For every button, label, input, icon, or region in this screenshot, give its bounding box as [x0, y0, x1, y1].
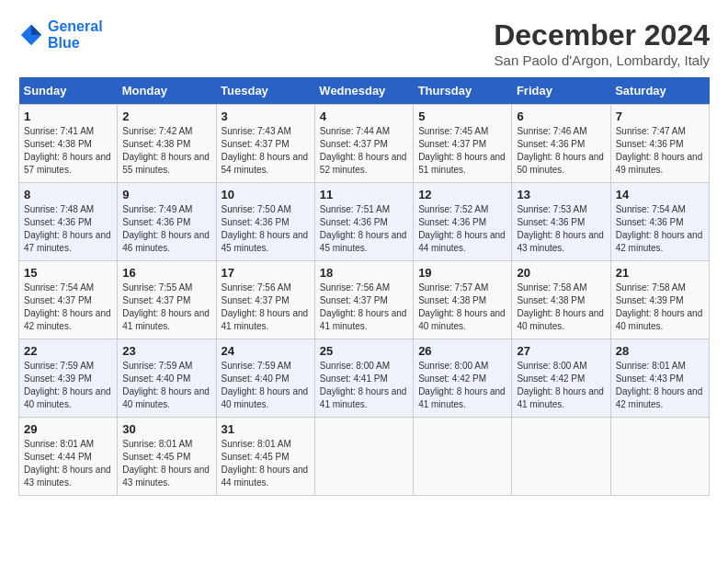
day-info: Sunrise: 7:53 AMSunset: 4:36 PMDaylight:… — [517, 203, 605, 255]
calendar-cell: 13Sunrise: 7:53 AMSunset: 4:36 PMDayligh… — [512, 183, 610, 261]
calendar-cell: 5Sunrise: 7:45 AMSunset: 4:37 PMDaylight… — [414, 105, 512, 183]
day-info: Sunrise: 7:50 AMSunset: 4:36 PMDaylight:… — [222, 203, 310, 255]
day-number: 25 — [320, 344, 408, 358]
calendar-cell: 29Sunrise: 8:01 AMSunset: 4:44 PMDayligh… — [19, 418, 118, 496]
day-info: Sunrise: 8:01 AMSunset: 4:45 PMDaylight:… — [122, 438, 210, 489]
day-number: 29 — [24, 422, 112, 436]
calendar-cell: 19Sunrise: 7:57 AMSunset: 4:38 PMDayligh… — [414, 261, 512, 339]
day-number: 26 — [418, 344, 506, 358]
day-number: 17 — [222, 266, 310, 280]
calendar-cell: 7Sunrise: 7:47 AMSunset: 4:36 PMDaylight… — [610, 105, 709, 183]
calendar-cell: 12Sunrise: 7:52 AMSunset: 4:36 PMDayligh… — [414, 183, 512, 261]
calendar-cell: 26Sunrise: 8:00 AMSunset: 4:42 PMDayligh… — [414, 339, 512, 418]
calendar-cell: 27Sunrise: 8:00 AMSunset: 4:42 PMDayligh… — [512, 339, 610, 418]
calendar-week-row: 1Sunrise: 7:41 AMSunset: 4:38 PMDaylight… — [19, 105, 710, 183]
logo-text: General Blue — [48, 18, 103, 51]
calendar-cell: 15Sunrise: 7:54 AMSunset: 4:37 PMDayligh… — [19, 261, 118, 339]
calendar-cell: 6Sunrise: 7:46 AMSunset: 4:36 PMDaylight… — [512, 105, 610, 183]
calendar-cell — [314, 418, 413, 496]
day-number: 7 — [616, 109, 704, 123]
weekday-header: Wednesday — [314, 77, 413, 105]
calendar-cell: 23Sunrise: 7:59 AMSunset: 4:40 PMDayligh… — [118, 339, 216, 418]
weekday-header-row: SundayMondayTuesdayWednesdayThursdayFrid… — [19, 77, 710, 105]
day-number: 22 — [24, 344, 112, 358]
day-info: Sunrise: 7:43 AMSunset: 4:37 PMDaylight:… — [222, 125, 310, 177]
calendar-title: December 2024 — [494, 18, 710, 52]
weekday-header: Monday — [118, 77, 216, 105]
day-number: 5 — [418, 109, 506, 123]
calendar-week-row: 8Sunrise: 7:48 AMSunset: 4:36 PMDaylight… — [19, 183, 710, 261]
day-info: Sunrise: 7:54 AMSunset: 4:37 PMDaylight:… — [24, 282, 112, 333]
calendar-cell: 3Sunrise: 7:43 AMSunset: 4:37 PMDaylight… — [216, 105, 314, 183]
day-info: Sunrise: 7:58 AMSunset: 4:38 PMDaylight:… — [517, 282, 605, 333]
day-info: Sunrise: 7:51 AMSunset: 4:36 PMDaylight:… — [320, 203, 408, 255]
calendar-cell: 22Sunrise: 7:59 AMSunset: 4:39 PMDayligh… — [19, 339, 118, 418]
calendar-cell: 2Sunrise: 7:42 AMSunset: 4:38 PMDaylight… — [118, 105, 216, 183]
day-number: 6 — [517, 109, 605, 123]
calendar-cell: 31Sunrise: 8:01 AMSunset: 4:45 PMDayligh… — [216, 418, 314, 496]
day-info: Sunrise: 7:56 AMSunset: 4:37 PMDaylight:… — [320, 282, 408, 333]
day-info: Sunrise: 7:55 AMSunset: 4:37 PMDaylight:… — [122, 282, 210, 333]
day-number: 8 — [24, 188, 112, 201]
day-number: 19 — [418, 266, 506, 280]
day-info: Sunrise: 7:54 AMSunset: 4:36 PMDaylight:… — [616, 203, 704, 255]
day-number: 28 — [616, 344, 704, 358]
calendar-cell: 17Sunrise: 7:56 AMSunset: 4:37 PMDayligh… — [216, 261, 314, 339]
weekday-header: Friday — [512, 77, 610, 105]
day-info: Sunrise: 7:46 AMSunset: 4:36 PMDaylight:… — [517, 125, 605, 177]
day-info: Sunrise: 7:48 AMSunset: 4:36 PMDaylight:… — [24, 203, 112, 255]
day-info: Sunrise: 7:44 AMSunset: 4:37 PMDaylight:… — [320, 125, 408, 177]
logo: General Blue — [18, 18, 103, 51]
day-number: 27 — [517, 344, 605, 358]
svg-marker-1 — [31, 24, 41, 34]
calendar-cell — [414, 418, 512, 496]
logo-icon — [18, 22, 44, 48]
day-number: 1 — [24, 109, 112, 123]
calendar-cell: 24Sunrise: 7:59 AMSunset: 4:40 PMDayligh… — [216, 339, 314, 418]
day-number: 15 — [24, 266, 112, 280]
day-number: 20 — [517, 266, 605, 280]
weekday-header: Tuesday — [216, 77, 314, 105]
calendar-week-row: 15Sunrise: 7:54 AMSunset: 4:37 PMDayligh… — [19, 261, 710, 339]
day-number: 30 — [122, 422, 210, 436]
day-info: Sunrise: 8:01 AMSunset: 4:45 PMDaylight:… — [222, 438, 310, 489]
day-info: Sunrise: 8:01 AMSunset: 4:44 PMDaylight:… — [24, 438, 112, 489]
day-number: 21 — [616, 266, 704, 280]
calendar-cell: 4Sunrise: 7:44 AMSunset: 4:37 PMDaylight… — [314, 105, 413, 183]
day-number: 10 — [222, 188, 310, 201]
calendar-table: SundayMondayTuesdayWednesdayThursdayFrid… — [18, 77, 710, 496]
calendar-cell: 16Sunrise: 7:55 AMSunset: 4:37 PMDayligh… — [118, 261, 216, 339]
weekday-header: Sunday — [19, 77, 118, 105]
calendar-cell: 10Sunrise: 7:50 AMSunset: 4:36 PMDayligh… — [216, 183, 314, 261]
calendar-cell: 28Sunrise: 8:01 AMSunset: 4:43 PMDayligh… — [610, 339, 709, 418]
day-number: 14 — [616, 188, 704, 201]
page-header: General Blue December 2024 San Paolo d'A… — [18, 18, 710, 68]
day-info: Sunrise: 7:57 AMSunset: 4:38 PMDaylight:… — [418, 282, 506, 333]
day-number: 11 — [320, 188, 408, 201]
day-info: Sunrise: 7:56 AMSunset: 4:37 PMDaylight:… — [222, 282, 310, 333]
calendar-week-row: 22Sunrise: 7:59 AMSunset: 4:39 PMDayligh… — [19, 339, 710, 418]
day-info: Sunrise: 8:01 AMSunset: 4:43 PMDaylight:… — [616, 360, 704, 411]
day-info: Sunrise: 7:59 AMSunset: 4:40 PMDaylight:… — [122, 360, 210, 411]
day-number: 9 — [122, 188, 210, 201]
calendar-cell: 25Sunrise: 8:00 AMSunset: 4:41 PMDayligh… — [314, 339, 413, 418]
day-info: Sunrise: 8:00 AMSunset: 4:41 PMDaylight:… — [320, 360, 408, 411]
day-number: 31 — [222, 422, 310, 436]
calendar-cell: 11Sunrise: 7:51 AMSunset: 4:36 PMDayligh… — [314, 183, 413, 261]
day-info: Sunrise: 7:49 AMSunset: 4:36 PMDaylight:… — [122, 203, 210, 255]
calendar-cell: 1Sunrise: 7:41 AMSunset: 4:38 PMDaylight… — [19, 105, 118, 183]
day-number: 16 — [122, 266, 210, 280]
day-info: Sunrise: 7:47 AMSunset: 4:36 PMDaylight:… — [616, 125, 704, 177]
day-info: Sunrise: 7:58 AMSunset: 4:39 PMDaylight:… — [616, 282, 704, 333]
calendar-cell: 30Sunrise: 8:01 AMSunset: 4:45 PMDayligh… — [118, 418, 216, 496]
day-number: 23 — [122, 344, 210, 358]
calendar-cell: 18Sunrise: 7:56 AMSunset: 4:37 PMDayligh… — [314, 261, 413, 339]
day-number: 12 — [418, 188, 506, 201]
day-number: 4 — [320, 109, 408, 123]
calendar-week-row: 29Sunrise: 8:01 AMSunset: 4:44 PMDayligh… — [19, 418, 710, 496]
title-section: December 2024 San Paolo d'Argon, Lombard… — [494, 18, 710, 68]
calendar-subtitle: San Paolo d'Argon, Lombardy, Italy — [494, 52, 710, 68]
calendar-cell — [512, 418, 610, 496]
calendar-cell: 14Sunrise: 7:54 AMSunset: 4:36 PMDayligh… — [610, 183, 709, 261]
day-number: 13 — [517, 188, 605, 201]
